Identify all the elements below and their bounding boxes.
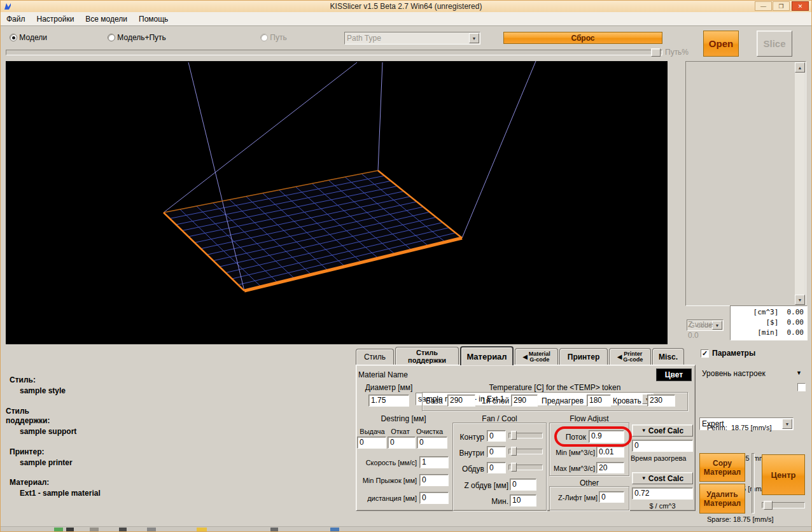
flow-label: Поток: [557, 433, 586, 442]
flow-max-label: Max [мм^3/с]: [549, 465, 595, 473]
scroll-down-icon[interactable]: ▼: [795, 295, 805, 305]
checkmark-icon: ✓: [701, 349, 709, 358]
distance-field[interactable]: 0: [419, 492, 449, 504]
delete-material-button[interactable]: Удалить Материал: [699, 484, 745, 514]
warmup-time-label: Время разогрева: [631, 454, 694, 463]
temp-bed-field[interactable]: 230: [647, 395, 675, 407]
diameter-field[interactable]: 1.75: [368, 395, 409, 407]
coef-value-field[interactable]: 0: [632, 440, 693, 452]
destring-wipe-field[interactable]: 0: [417, 437, 447, 449]
chevron-down-icon[interactable]: ▼: [796, 370, 802, 376]
vertical-separator: [752, 453, 755, 514]
close-button[interactable]: ✕: [792, 1, 809, 11]
stat-cost: [$] 0.00: [734, 318, 804, 328]
cost-value-field[interactable]: 0.72: [632, 487, 693, 500]
menu-file[interactable]: Файл: [1, 13, 31, 25]
radio-model-path-circle: [108, 34, 115, 41]
flow-min-label: Min [мм^3/с]: [549, 449, 595, 457]
3d-viewport[interactable]: [6, 61, 668, 344]
cost-calc-button[interactable]: ▼ Cost Calc: [632, 472, 693, 484]
maximize-button[interactable]: ❐: [773, 1, 790, 11]
copy-material-button[interactable]: Copy Материал: [699, 453, 745, 482]
menu-bar: Файл Настройки Все модели Помощь: [1, 12, 811, 26]
taskbar-icon[interactable]: [90, 528, 99, 532]
destring-speed-field[interactable]: 1: [419, 456, 449, 468]
path-percent-slider-thumb[interactable]: [651, 48, 661, 57]
destring-header: Destring [мм]: [357, 414, 450, 423]
tab-printer-gcode-label: Printer G-code: [623, 351, 643, 363]
radio-models-circle: [10, 34, 17, 41]
flow-field[interactable]: 0.9: [589, 430, 624, 443]
center-button[interactable]: Центр: [762, 454, 805, 495]
minimize-button[interactable]: —: [755, 1, 772, 11]
min-jump-field[interactable]: 0: [419, 474, 449, 486]
taskbar-icon[interactable]: [66, 528, 74, 532]
flow-max-field[interactable]: 20: [596, 462, 624, 473]
estimate-stats-box: [cm^3] 0.00 [$] 0.00 [min] 0.00: [730, 305, 808, 340]
radio-model-path[interactable]: Модель+Путь: [108, 33, 166, 42]
radio-models[interactable]: Модели: [10, 33, 47, 42]
fan-loops-slider-thumb[interactable]: [511, 431, 517, 440]
fan-inside-slider-thumb[interactable]: [511, 447, 517, 456]
min-jump-label: Min Прыжок [мм]: [352, 477, 417, 485]
tab-material[interactable]: Материал: [460, 346, 514, 365]
tab-material-gcode[interactable]: ◀ Material G-code: [515, 348, 558, 365]
color-button[interactable]: Цвет: [656, 368, 692, 381]
open-button[interactable]: Open: [703, 31, 739, 57]
destring-suck-field[interactable]: 0: [388, 437, 416, 449]
path-type-select: Path Type ▼: [344, 32, 480, 45]
tab-style[interactable]: Стиль: [356, 349, 394, 365]
tab-printer[interactable]: Принтер: [559, 348, 608, 365]
taskbar-icon[interactable]: [147, 528, 156, 532]
parameters-label: Параметры: [712, 349, 755, 358]
menu-settings[interactable]: Настройки: [31, 13, 80, 25]
info-support-label: Стиль поддержки:: [6, 407, 50, 426]
distance-label: дистанция [мм]: [352, 494, 417, 503]
material-name-label: Material Name: [358, 370, 408, 379]
fan-loops-field[interactable]: 0: [487, 430, 506, 442]
temp-preheat-label: Преднагрев: [542, 396, 584, 405]
temp-base-field[interactable]: 290: [447, 395, 475, 407]
destring-speed-label: Скорость [мм/с]: [352, 459, 417, 467]
cost-calc-label: Cost Calc: [648, 474, 683, 483]
temp-first-layer-label: 1й слой: [482, 396, 509, 405]
taskbar-icon[interactable]: [270, 528, 278, 532]
taskbar-icon[interactable]: [330, 528, 339, 532]
title-bar[interactable]: KISSlicer v1.5 Beta 2.7 Win64 (unregiste…: [1, 1, 811, 12]
taskbar-icon[interactable]: [119, 528, 127, 532]
taskbar-icon[interactable]: [54, 528, 63, 532]
tab-printer-gcode[interactable]: ◀ Printer G-code: [609, 348, 651, 365]
info-printer-label: Принтер:: [10, 447, 44, 456]
fan-cool-slider-thumb[interactable]: [511, 463, 517, 472]
fan-z-field[interactable]: 0: [510, 479, 536, 491]
stat-time: [min] 0.00: [734, 328, 804, 338]
path-percent-slider-track[interactable]: [6, 50, 662, 55]
fan-cool-field[interactable]: 0: [487, 462, 506, 473]
destring-prime-field[interactable]: 0: [357, 437, 386, 449]
radio-models-label: Модели: [19, 33, 47, 42]
menu-all-models[interactable]: Все модели: [80, 13, 133, 25]
level-extra-checkbox[interactable]: [797, 383, 806, 391]
fan-inside-field[interactable]: 0: [487, 446, 506, 458]
fan-min-field[interactable]: 10: [510, 494, 536, 507]
tab-support-style[interactable]: Стиль поддержки: [395, 347, 459, 365]
mini-slider-thumb[interactable]: [764, 501, 773, 510]
menu-help[interactable]: Помощь: [133, 13, 174, 25]
z-lift-field[interactable]: 0: [599, 491, 624, 503]
temp-first-layer-field[interactable]: 290: [511, 395, 538, 407]
radio-model-path-label: Модель+Путь: [117, 33, 165, 42]
fan-inside-label: Внутри: [454, 449, 484, 458]
taskbar-icon[interactable]: [197, 528, 207, 532]
tab-misc[interactable]: Misc.: [652, 348, 684, 365]
temp-base-label: База: [426, 396, 443, 405]
model-list-panel[interactable]: ▲ ▼: [685, 61, 806, 306]
temp-preheat-field[interactable]: 180: [587, 395, 611, 407]
flow-min-field[interactable]: 0.01: [596, 446, 624, 458]
info-material-value: Ext1 - sample material: [20, 489, 101, 498]
parameters-checkbox[interactable]: ✓ Параметры: [701, 349, 755, 358]
settings-level-label: Уровень настроек: [702, 369, 766, 378]
coef-calc-button[interactable]: ▼ Coef Calc: [632, 424, 693, 437]
scrollbar-track[interactable]: [795, 62, 805, 305]
scroll-up-icon[interactable]: ▲: [795, 62, 805, 73]
reset-button[interactable]: Сброс: [503, 32, 662, 44]
